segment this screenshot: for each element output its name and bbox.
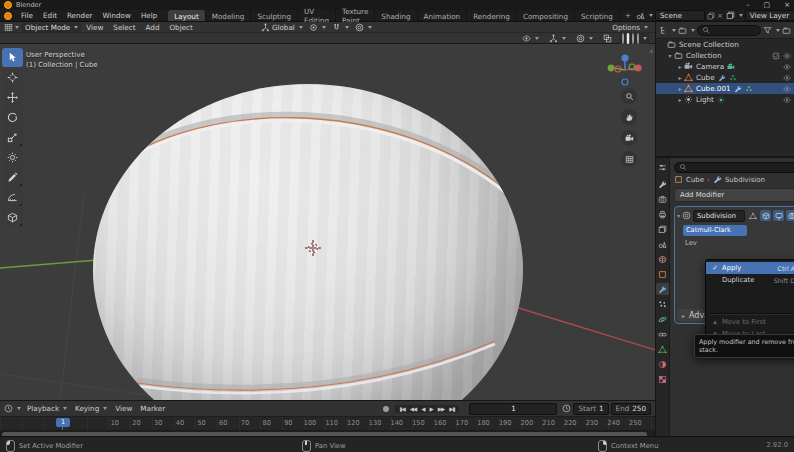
expand-arrow-icon[interactable]: ▾	[666, 52, 674, 59]
workspace-tab[interactable]: Rendering	[467, 10, 517, 21]
tab-render[interactable]	[656, 193, 669, 205]
topbar-menu-item[interactable]: Window	[98, 11, 136, 20]
jump-to-start-button[interactable]: ▮◀	[398, 406, 407, 412]
auto-keying-record-button[interactable]	[383, 406, 389, 412]
proportional-editing-dropdown[interactable]	[352, 23, 375, 32]
view-layer-field[interactable]: View Layer	[745, 10, 794, 21]
eye-icon[interactable]	[783, 74, 791, 82]
move-tool[interactable]	[2, 88, 23, 107]
tab-modifiers[interactable]	[656, 283, 669, 295]
cursor-tool[interactable]	[2, 68, 23, 87]
outliner-row[interactable]: ▾ Collection	[656, 50, 794, 61]
options-dropdown[interactable]: Options	[609, 23, 651, 32]
object-name-label[interactable]: Collection	[686, 51, 722, 60]
modifier-name-field[interactable]: Subdivision	[693, 210, 745, 222]
object-name-label[interactable]: Camera	[696, 62, 724, 71]
timeline-menu-item[interactable]: Marker	[136, 404, 169, 413]
object-name-label[interactable]: Cube.001	[696, 84, 731, 93]
outliner-row[interactable]: ▸ Camera	[656, 61, 794, 72]
topbar-menu-item[interactable]: File	[16, 11, 38, 20]
workspace-tab[interactable]: Scripting	[575, 10, 620, 21]
timeline-menu-item[interactable]: Keying	[71, 404, 111, 413]
frame-start-field[interactable]: Start 1	[573, 403, 608, 415]
timeline-menu-item[interactable]: Playback	[23, 404, 71, 413]
tab-material[interactable]	[656, 358, 669, 370]
sidebar-collapse-arrow[interactable]: ‹	[650, 47, 653, 56]
pivot-point-dropdown[interactable]	[306, 23, 329, 32]
object-name-label[interactable]: Cube	[696, 73, 715, 82]
play-button[interactable]: ▶	[428, 406, 435, 412]
breadcrumb-modifier[interactable]: Subdivision	[725, 176, 765, 184]
display-realtime-toggle[interactable]	[773, 210, 784, 221]
context-menu-item[interactable]: ▴ Move to First	[706, 316, 794, 328]
tab-object-data[interactable]	[656, 343, 669, 355]
workspace-tab[interactable]: Shading	[375, 10, 417, 21]
topbar-menu-item[interactable]: Help	[136, 11, 162, 20]
viewport-menu-item[interactable]: Add	[141, 23, 165, 32]
workspace-tab[interactable]: Sculpting	[251, 10, 298, 21]
perspective-toggle-button[interactable]	[621, 151, 637, 167]
eye-icon[interactable]	[783, 63, 791, 71]
object-name-label[interactable]: Light	[696, 95, 714, 104]
frame-end-field[interactable]: End 250	[611, 403, 651, 415]
camera-view-button[interactable]	[621, 130, 637, 146]
measure-tool[interactable]	[2, 188, 23, 207]
select-box-tool[interactable]	[2, 48, 23, 67]
previous-keyframe-button[interactable]: ◀◀	[408, 406, 418, 412]
jump-to-end-button[interactable]: ▶▮	[447, 406, 456, 412]
tab-world[interactable]	[656, 253, 669, 265]
viewport-menu-item[interactable]: Select	[108, 23, 140, 32]
outliner-display-mode-icon[interactable]	[659, 26, 668, 35]
viewport-menu-item[interactable]: View	[81, 23, 108, 32]
unlink-scene-icon[interactable]: ×	[717, 12, 723, 20]
outliner-row[interactable]: Scene Collection	[656, 39, 794, 50]
object-name-label[interactable]: Scene Collection	[679, 40, 739, 49]
annotate-tool[interactable]	[2, 168, 23, 187]
outliner-row[interactable]: ▸ Cube.001	[656, 83, 794, 94]
outliner-search-input[interactable]	[697, 25, 761, 36]
timeline-editor-icon[interactable]	[4, 404, 13, 413]
stopwatch-icon[interactable]	[562, 404, 571, 413]
maximize-button[interactable]: ▢	[764, 1, 771, 9]
expand-arrow-icon[interactable]: ▸	[676, 96, 684, 103]
outliner-row[interactable]: ▸ Cube	[656, 72, 794, 83]
add-cube-tool[interactable]	[2, 208, 23, 227]
navigation-gizmo[interactable]	[605, 52, 645, 92]
xray-toggle[interactable]	[600, 34, 615, 43]
workspace-tab[interactable]: Layout	[168, 10, 205, 21]
tab-object[interactable]	[656, 268, 669, 280]
expand-arrow-icon[interactable]: ▸	[676, 85, 684, 92]
shading-material-button[interactable]	[631, 33, 635, 44]
close-button[interactable]: ×	[784, 1, 790, 9]
transform-orientation-dropdown[interactable]: Global	[258, 23, 306, 32]
filter-icon[interactable]	[763, 26, 772, 35]
workspace-tab[interactable]: UV Editing	[298, 10, 336, 21]
current-frame-marker[interactable]: 1	[56, 418, 70, 427]
blender-menu-icon[interactable]	[4, 12, 12, 20]
display-on-cage-toggle[interactable]	[747, 210, 758, 221]
exclude-checkbox-icon[interactable]	[772, 52, 780, 60]
eye-icon[interactable]	[783, 85, 791, 93]
context-menu-item[interactable]: Duplicate Shift D	[706, 274, 794, 286]
tab-physics[interactable]	[656, 313, 669, 325]
add-modifier-button[interactable]: Add Modifier	[674, 188, 794, 202]
next-keyframe-button[interactable]: ▶▶	[436, 406, 446, 412]
context-menu-item[interactable]: ✓ Apply Ctrl A	[706, 262, 794, 274]
tab-view-layer[interactable]	[656, 223, 669, 235]
properties-editor-type-icon[interactable]	[656, 161, 669, 173]
outliner-row[interactable]: ▸ Light	[656, 94, 794, 105]
display-in-editmode-toggle[interactable]	[760, 210, 771, 221]
viewport-menu-item[interactable]: Object	[164, 23, 197, 32]
object-visibility-dropdown[interactable]	[519, 34, 542, 43]
eye-icon[interactable]	[783, 96, 791, 104]
breadcrumb-object[interactable]: Cube	[686, 176, 704, 184]
playhead[interactable]: 1	[56, 418, 70, 427]
workspace-tab[interactable]: Modeling	[206, 10, 252, 21]
view-layer-selector[interactable]: View Layer ×	[726, 10, 794, 21]
current-frame-field[interactable]: 1	[469, 403, 557, 415]
topbar-menu-item[interactable]: Render	[62, 11, 98, 20]
shading-rendered-button[interactable]	[636, 33, 640, 44]
catmull-clark-button[interactable]: Catmull-Clark	[683, 225, 747, 236]
overlays-dropdown[interactable]	[573, 34, 596, 43]
editor-type-icon[interactable]	[4, 23, 13, 32]
